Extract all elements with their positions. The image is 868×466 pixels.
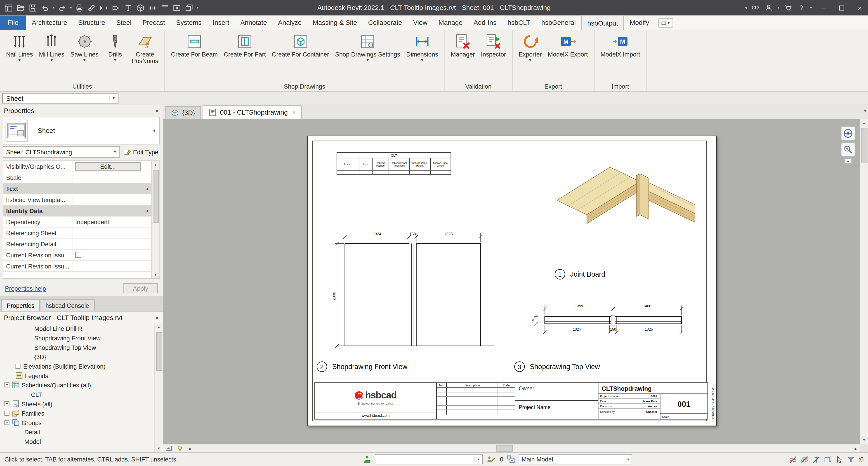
steering-wheel-button[interactable]	[841, 126, 855, 141]
view-tab-3d[interactable]: {3D}	[165, 106, 201, 119]
edit-type-button[interactable]: Edit Type	[122, 148, 160, 155]
property-row[interactable]: Visibility/Graphics O...Edit...	[3, 161, 151, 172]
filter-icon[interactable]	[847, 455, 855, 464]
tab-insert[interactable]: Insert	[207, 15, 235, 30]
scroll-left-icon[interactable]: ◀	[185, 444, 193, 452]
scroll-right-icon[interactable]: ▶	[852, 444, 860, 452]
sheet-canvas[interactable]: CLT Family Type hsbcad Posnum hsbcad Pan…	[163, 119, 860, 444]
horizontal-scrollbar[interactable]: ◀ ▶	[163, 444, 860, 452]
collapse-icon[interactable]: −	[4, 382, 9, 387]
element-type-filter-combo[interactable]: Sheet ▾	[2, 93, 119, 103]
modelx-import-button[interactable]: M ModelX Import	[598, 33, 643, 58]
reveal-hidden-elements-icon[interactable]	[174, 444, 185, 452]
property-section-identity-data[interactable]: Identity Data▴	[3, 206, 151, 217]
undo-caret-icon[interactable]: ▾	[52, 5, 56, 10]
open-file-icon[interactable]	[15, 2, 26, 14]
select-links-toggle-icon[interactable]	[789, 455, 797, 464]
property-row[interactable]: Current Revision Issu...	[3, 249, 151, 260]
tree-item[interactable]: −Groups	[0, 418, 154, 427]
tree-item[interactable]: +Sheets (all)	[0, 399, 154, 409]
scroll-down-icon[interactable]: ▼	[155, 444, 163, 452]
tree-item[interactable]: Detail	[0, 427, 154, 437]
collapse-search-icon[interactable]: ◂	[743, 5, 748, 10]
tab-properties[interactable]: Properties	[1, 300, 40, 311]
restore-button[interactable]	[833, 0, 850, 15]
revision-checkbox[interactable]	[75, 252, 81, 258]
tree-item[interactable]: CLT	[0, 390, 154, 399]
ribbon-display-toggle[interactable]: ▾	[658, 18, 673, 28]
callout-top-view[interactable]: 3 Shopdrawing Top View	[514, 361, 600, 372]
property-row[interactable]: Scale	[3, 172, 151, 183]
account-icon[interactable]	[763, 2, 774, 14]
expand-icon[interactable]: +	[16, 364, 21, 369]
exporter-button[interactable]: Exporter▾	[517, 33, 544, 64]
tab-view[interactable]: View	[408, 15, 433, 30]
project-browser-scrollbar[interactable]: ▲ ▼	[154, 323, 163, 452]
tree-item[interactable]: Legends	[0, 371, 154, 380]
scroll-track[interactable]	[193, 444, 852, 453]
tab-file[interactable]: File	[0, 15, 26, 30]
tree-item[interactable]: −Schedules/Quantities (all)	[0, 380, 154, 390]
tab-hsbclt[interactable]: hsbCLT	[502, 15, 536, 30]
property-row[interactable]: DependencyIndependent	[3, 217, 151, 227]
default-3d-view-icon[interactable]	[134, 2, 146, 14]
redo-caret-icon[interactable]: ▾	[69, 5, 73, 10]
scroll-thumb[interactable]	[156, 332, 162, 371]
scroll-down-icon[interactable]: ▼	[860, 436, 868, 444]
tab-massing-site[interactable]: Massing & Site	[307, 15, 363, 30]
tree-item[interactable]: Model	[0, 437, 154, 446]
scroll-up-icon[interactable]: ▲	[860, 119, 868, 127]
search-icon[interactable]	[749, 2, 761, 14]
drills-button[interactable]: Drills▾	[102, 33, 128, 64]
clt-schedule-table[interactable]: CLT Family Type hsbcad Posnum hsbcad Pan…	[337, 152, 451, 175]
properties-close-icon[interactable]: ×	[155, 107, 159, 114]
shop-drawings-settings-button[interactable]: Shop Drawings Settings▾	[333, 33, 402, 64]
create-for-beam-button[interactable]: Create For Beam	[169, 33, 220, 58]
tab-collaborate[interactable]: Collaborate	[363, 15, 408, 30]
tree-item[interactable]: Shopdrawing Top View	[0, 343, 154, 352]
clt-3d-render[interactable]	[557, 157, 695, 260]
section-icon[interactable]	[147, 2, 158, 14]
worksets-icon[interactable]	[363, 455, 371, 464]
switch-windows-icon[interactable]	[183, 2, 195, 14]
select-by-face-toggle-icon[interactable]	[824, 455, 832, 464]
tab-analyze[interactable]: Analyze	[272, 15, 307, 30]
inspector-button[interactable]: Inspector	[479, 33, 508, 58]
measure-icon[interactable]	[86, 2, 97, 14]
close-button[interactable]: ×	[851, 0, 868, 15]
tag-icon[interactable]	[110, 2, 122, 14]
tab-steel[interactable]: Steel	[111, 15, 137, 30]
tab-systems[interactable]: Systems	[170, 15, 207, 30]
drag-on-selection-toggle-icon[interactable]	[835, 455, 844, 464]
collapse-icon[interactable]: −	[4, 420, 9, 425]
help-icon[interactable]: ?	[796, 2, 807, 14]
manager-button[interactable]: Manager	[448, 33, 477, 58]
tab-precast[interactable]: Precast	[137, 15, 170, 30]
minimize-button[interactable]: –	[815, 0, 831, 15]
property-row[interactable]: Referencing Detail	[3, 239, 151, 250]
close-inactive-views-icon[interactable]	[171, 2, 183, 14]
expand-icon[interactable]: +	[4, 411, 9, 415]
app-menu-icon[interactable]	[3, 2, 14, 14]
tab-hsboutput[interactable]: hsbOutput	[581, 15, 624, 30]
callout-front-view[interactable]: 2 Shopdrawing Front View	[317, 361, 408, 372]
front-view-drawing[interactable]: 1324 150 1325 2000	[333, 229, 502, 370]
project-browser-close-icon[interactable]: ×	[155, 314, 159, 321]
scroll-thumb[interactable]	[496, 445, 513, 451]
editing-requests-icon[interactable]	[486, 455, 495, 464]
select-pinned-toggle-icon[interactable]	[812, 455, 820, 464]
tab-hsbgeneral[interactable]: hsbGeneral	[536, 15, 581, 30]
tab-structure[interactable]: Structure	[73, 15, 111, 30]
print-icon[interactable]	[74, 2, 85, 14]
close-view-icon[interactable]: ×	[292, 109, 296, 116]
aligned-dimension-icon[interactable]	[98, 2, 110, 14]
top-view-drawing[interactable]: 1399 1400 1324 150 1325 100	[528, 301, 694, 341]
design-options-combo[interactable]: Main Model▾	[519, 455, 632, 464]
modelx-export-button[interactable]: M ModelX Export	[546, 33, 590, 58]
properties-scrollbar[interactable]: ▲ ▼	[151, 161, 160, 278]
mill-lines-button[interactable]: Mill Lines▾	[37, 33, 66, 64]
scroll-thumb[interactable]	[861, 128, 867, 163]
navbar-options-caret-icon[interactable]: ▾	[844, 158, 852, 164]
property-row[interactable]: Referencing Sheet	[3, 227, 151, 239]
property-row[interactable]: hsbcad ViewTemplat...	[3, 194, 151, 206]
